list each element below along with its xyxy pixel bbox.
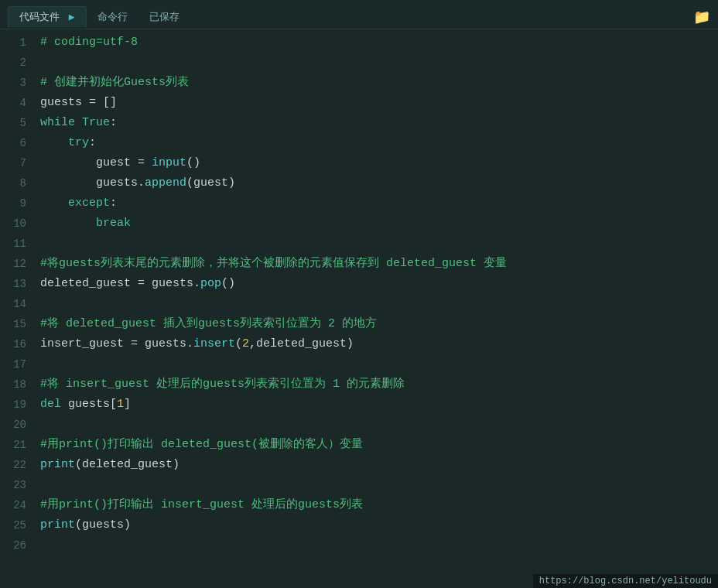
line-numbers: 1234567891011121314151617181920212223242… (0, 29, 34, 588)
code-line-11[interactable] (34, 234, 718, 254)
line-number-7: 7 (0, 153, 34, 173)
code-line-3[interactable]: # 创建并初始化Guests列表 (34, 73, 718, 93)
status-url: https://blog.csdn.net/yelitoudu (539, 576, 712, 586)
code-line-7[interactable]: guest = input() (34, 153, 718, 173)
line-number-16: 16 (0, 334, 34, 354)
line-number-22: 22 (0, 455, 34, 475)
code-text-2 (40, 56, 47, 69)
tab-saved[interactable]: 已保存 (138, 7, 190, 27)
code-text-19: del guests[1] (40, 398, 131, 411)
code-line-15[interactable]: #将 deleted_guest 插入到guests列表索引位置为 2 的地方 (34, 314, 718, 334)
code-line-6[interactable]: try: (34, 133, 718, 153)
code-line-16[interactable]: insert_guest = guests.insert(2,deleted_g… (34, 334, 718, 354)
code-text-6: try: (40, 136, 96, 149)
line-number-2: 2 (0, 53, 34, 73)
line-number-1: 1 (0, 32, 34, 53)
code-text-1: # coding=utf-8 (40, 36, 138, 49)
line-number-11: 11 (0, 234, 34, 254)
line-number-24: 24 (0, 495, 34, 515)
code-text-5: while True: (40, 116, 117, 129)
editor-area: 1234567891011121314151617181920212223242… (0, 29, 718, 588)
code-line-2[interactable] (34, 53, 718, 73)
tab-command-label: 命令行 (97, 12, 128, 23)
code-line-4[interactable]: guests = [] (34, 93, 718, 113)
code-text-3: # 创建并初始化Guests列表 (40, 76, 189, 89)
code-text-4: guests = [] (40, 96, 117, 109)
code-text-9: except: (40, 197, 117, 210)
line-number-14: 14 (0, 294, 34, 314)
line-number-25: 25 (0, 515, 34, 535)
line-number-19: 19 (0, 395, 34, 415)
line-number-3: 3 (0, 73, 34, 93)
line-number-20: 20 (0, 415, 34, 435)
line-number-21: 21 (0, 435, 34, 455)
code-line-12[interactable]: #将guests列表末尾的元素删除，并将这个被删除的元素值保存到 deleted… (34, 254, 718, 274)
code-line-19[interactable]: del guests[1] (34, 395, 718, 415)
line-number-15: 15 (0, 314, 34, 334)
code-text-17 (40, 357, 47, 371)
code-text-14 (40, 297, 47, 310)
code-line-10[interactable]: break (34, 214, 718, 234)
code-line-23[interactable] (34, 475, 718, 495)
tab-code-file-label: 代码文件 (19, 12, 60, 23)
code-line-26[interactable] (34, 535, 718, 556)
code-text-22: print(deleted_guest) (40, 458, 180, 471)
line-number-26: 26 (0, 535, 34, 556)
line-number-10: 10 (0, 214, 34, 234)
code-text-20 (40, 418, 47, 431)
code-line-22[interactable]: print(deleted_guest) (34, 455, 718, 475)
code-line-25[interactable]: print(guests) (34, 515, 718, 535)
code-line-14[interactable]: ➤ (34, 294, 718, 314)
code-line-21[interactable]: #用print()打印输出 deleted_guest(被删除的客人）变量 (34, 435, 718, 455)
code-text-16: insert_guest = guests.insert(2,deleted_g… (40, 337, 354, 350)
line-number-9: 9 (0, 193, 34, 214)
code-text-18: #将 insert_guest 处理后的guests列表索引位置为 1 的元素删… (40, 378, 405, 391)
code-text-15: #将 deleted_guest 插入到guests列表索引位置为 2 的地方 (40, 317, 377, 330)
code-text-11 (40, 237, 47, 250)
tab-bar: 代码文件 ▶ 命令行 已保存 📁 (0, 0, 718, 29)
code-text-24: #用print()打印输出 insert_guest 处理后的guests列表 (40, 498, 363, 511)
code-line-20[interactable] (34, 415, 718, 435)
line-number-5: 5 (0, 113, 34, 133)
code-text-7: guest = input() (40, 156, 200, 169)
code-text-25: print(guests) (40, 518, 131, 532)
folder-icon[interactable]: 📁 (693, 9, 710, 26)
code-line-9[interactable]: except: (34, 193, 718, 214)
tab-code-file[interactable]: 代码文件 ▶ (8, 6, 87, 27)
code-text-23 (40, 478, 47, 491)
code-text-26 (40, 538, 47, 552)
line-number-12: 12 (0, 254, 34, 274)
code-line-8[interactable]: guests.append(guest) (34, 173, 718, 193)
code-text-12: #将guests列表末尾的元素删除，并将这个被删除的元素值保存到 deleted… (40, 257, 507, 270)
code-line-1[interactable]: # coding=utf-8 (34, 32, 718, 53)
code-line-18[interactable]: #将 insert_guest 处理后的guests列表索引位置为 1 的元素删… (34, 374, 718, 395)
line-number-17: 17 (0, 354, 34, 374)
line-number-18: 18 (0, 374, 34, 395)
code-text-13: deleted_guest = guests.pop() (40, 277, 235, 290)
line-number-6: 6 (0, 133, 34, 153)
status-bar: https://blog.csdn.net/yelitoudu (533, 574, 718, 588)
code-text-8: guests.append(guest) (40, 176, 235, 190)
line-number-13: 13 (0, 274, 34, 294)
tab-command[interactable]: 命令行 (87, 7, 138, 27)
code-line-5[interactable]: while True: (34, 113, 718, 133)
code-line-17[interactable] (34, 354, 718, 374)
line-number-8: 8 (0, 173, 34, 193)
line-number-23: 23 (0, 475, 34, 495)
tab-saved-label: 已保存 (149, 12, 180, 23)
code-line-13[interactable]: deleted_guest = guests.pop() (34, 274, 718, 294)
code-lines[interactable]: # coding=utf-8 # 创建并初始化Guests列表guests = … (34, 29, 718, 588)
code-text-21: #用print()打印输出 deleted_guest(被删除的客人）变量 (40, 438, 363, 451)
code-text-10: break (40, 217, 131, 230)
line-number-4: 4 (0, 93, 34, 113)
run-icon[interactable]: ▶ (69, 11, 75, 23)
code-line-24[interactable]: #用print()打印输出 insert_guest 处理后的guests列表 (34, 495, 718, 515)
